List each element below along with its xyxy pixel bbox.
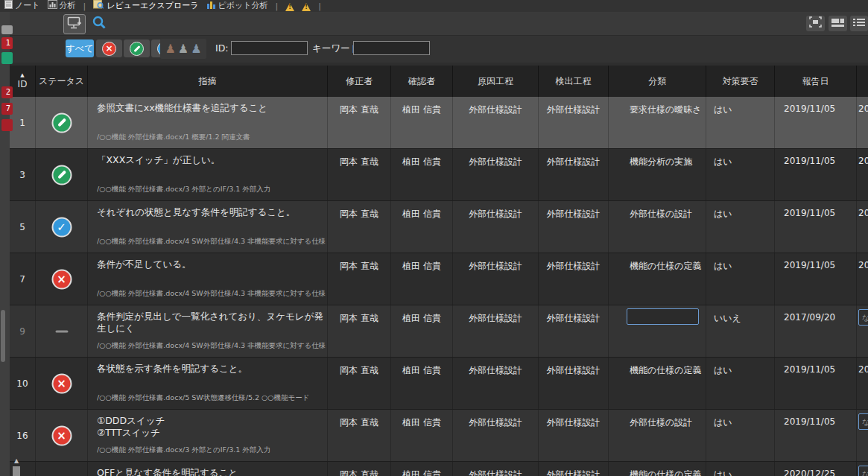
detect-cell: 外部仕様設計 [539,305,609,357]
clipped-dropdown[interactable]: な [858,413,868,430]
issue-text: 「XXXスイッチ」が正しい。 [97,154,324,166]
menu-separator: | [318,1,321,11]
table-row[interactable]: 1参照文書にxx機能仕様書を追記すること/○○機能 外部仕様書.docx/1 概… [10,97,868,149]
toolbar [10,12,868,35]
row-id: 5 [10,222,35,232]
detect-process: 外部仕様設計 [539,156,608,168]
menu-item-review-explorer[interactable]: レビューエクスプローラ [93,0,198,11]
pencil-glyph [133,45,140,51]
issue-cell: 各状態を示す条件を明記すること。/○○機能 外部仕様書.docx/5 SW状態遷… [88,358,328,409]
keyword-filter-input[interactable] [353,41,430,55]
person-filter-gray-icon[interactable]: ♟ [178,42,189,56]
scroll-up-arrow[interactable]: ▲ [11,456,22,466]
status-cell: × [36,410,88,461]
fixer-name: 岡本 直哉 [328,104,390,116]
id-cell: 16 [10,410,36,461]
cause-cell: 外部仕様設計 [453,201,539,253]
report-date-cell: 2019/11/05 [775,201,857,253]
status-cell [36,462,88,476]
table-row[interactable]: 10×各状態を示す条件を明記すること。/○○機能 外部仕様書.docx/5 SW… [10,358,868,410]
list-view-icon [853,16,865,31]
column-header: ステータス [36,66,88,97]
sidebar-badge[interactable]: 2 [1,86,13,98]
report-date-cell: 2019/11/05 [775,358,857,409]
detect-process: 外部仕様設計 [539,469,608,476]
cause-cell: 外部仕様設計 [453,410,539,461]
sidebar-badge[interactable]: 7 [1,103,13,115]
row-id: 9 [10,326,35,337]
cause-process: 外部仕様設計 [453,156,538,168]
cause-process: 外部仕様設計 [453,208,538,220]
category-input[interactable] [627,308,699,325]
column-header: 修正者 [328,66,391,97]
issue-path: /○○機能 外部仕様書.docx/4 SW外部仕様/4.3 非機能要求に対する仕… [97,237,326,247]
status-cell [36,97,88,148]
sidebar-badge[interactable]: 1 [1,37,13,49]
clipped-cell: な [857,305,868,357]
column-header-label: 指摘 [199,75,217,88]
table-row[interactable]: 9条件判定が見出しで一覧化されており、ヌケモレが発生しにく/○○機能 外部仕様書… [10,305,868,358]
sidebar-badge[interactable] [1,52,13,64]
table-row[interactable]: 5✓それぞれの状態と見なす条件を明記すること。/○○機能 外部仕様書.docx/… [10,201,868,253]
column-header-label: ID [18,79,28,89]
table-row[interactable]: 16×①DDDスイッチ ②TTTスイッチ/○○機能 外部仕様書.docx/3 外… [10,410,868,462]
pencil-glyph [57,171,66,180]
filter-bar: すべて × ✓ ♟ ♟ ♟ ID: キーワード: [10,35,868,63]
category-cell: 機能の仕様の定義 [609,358,706,409]
detect-cell: 外部仕様設計 [539,97,609,148]
menu-item-analysis[interactable]: 分析 [48,0,76,11]
warning-icon[interactable] [285,3,294,11]
column-header-label: 修正者 [346,75,373,88]
list-view-button[interactable] [850,16,868,31]
table-row[interactable]: 7×条件が不足している。/○○機能 外部仕様書.docx/4 SW外部仕様/4.… [10,253,868,305]
person-filter-brown-icon[interactable]: ♟ [165,42,175,56]
menu-item-note[interactable]: ノート [4,0,40,11]
table-row[interactable]: OFFと見なす条件を明記すること岡本 直哉植田 信貴外部仕様設計外部仕様設計機能… [10,462,868,476]
table-scrollbar-thumb[interactable] [13,466,20,476]
search-button[interactable] [89,15,109,33]
checker-cell: 植田 信貴 [391,201,453,253]
action-required-value: はい [714,469,732,476]
card-view-button[interactable] [829,16,847,31]
filter-rejected-button[interactable]: × [96,39,122,57]
issue-path: /○○機能 外部仕様書.docx/5 SW状態遷移仕様/5.2 ○○機能モード [97,393,326,403]
status-reject-icon: × [51,373,72,393]
detect-process: 外部仕様設計 [539,208,608,220]
filter-all-button[interactable]: すべて [66,39,94,57]
clipped-cell: 20 [857,149,868,200]
person-filter-blue-icon[interactable]: ♟ [191,42,201,56]
category-cell: 機能分析の実施 [609,149,706,200]
filter-editing-button[interactable] [124,39,150,57]
issue-text: 条件が不足している。 [97,258,324,270]
column-header: 対策要否 [706,66,775,97]
column-header-label: 検出工程 [556,75,592,88]
add-to-screen-button[interactable] [63,14,86,34]
issue-cell: 条件が不足している。/○○機能 外部仕様書.docx/4 SW外部仕様/4.3 … [88,253,328,305]
column-header-label: 分類 [648,75,666,88]
sidebar-badge[interactable] [1,119,13,131]
category-cell [609,305,706,357]
action-required-cell: いいえ [706,305,775,357]
table-row[interactable]: 3「XXXスイッチ」が正しい。/○○機能 外部仕様書.docx/3 外部とのIF… [10,149,868,201]
menu-item-pivot-analysis[interactable]: ピボット分析 [206,0,268,11]
fixer-cell: 岡本 直哉 [328,358,391,409]
category-cell: 機能の仕様の定義 [609,462,706,476]
status-done-icon: ✓ [51,217,72,237]
fullscreen-button[interactable] [806,16,825,31]
cause-process: 外部仕様設計 [453,312,538,325]
menu-item-label: ノート [15,0,40,11]
id-filter-input[interactable] [231,41,308,55]
checker-cell: 植田 信貴 [391,305,453,357]
sidebar-badge[interactable] [1,25,13,34]
clipped-dropdown[interactable]: な [858,309,868,326]
checker-name: 植田 信貴 [391,260,452,273]
left-scrollbar-thumb[interactable] [1,310,5,362]
category-text: 要求仕様の曖昧さ [630,104,705,116]
add-to-screen-icon [67,16,82,33]
clipped-date-text: 20 [858,104,868,114]
status-none-icon [55,330,68,332]
sort-ascending-icon: ▲ [20,73,24,78]
warning-user-icon[interactable] [302,3,311,11]
clipped-dropdown[interactable]: な [858,466,868,476]
action-required-value: はい [714,208,732,220]
